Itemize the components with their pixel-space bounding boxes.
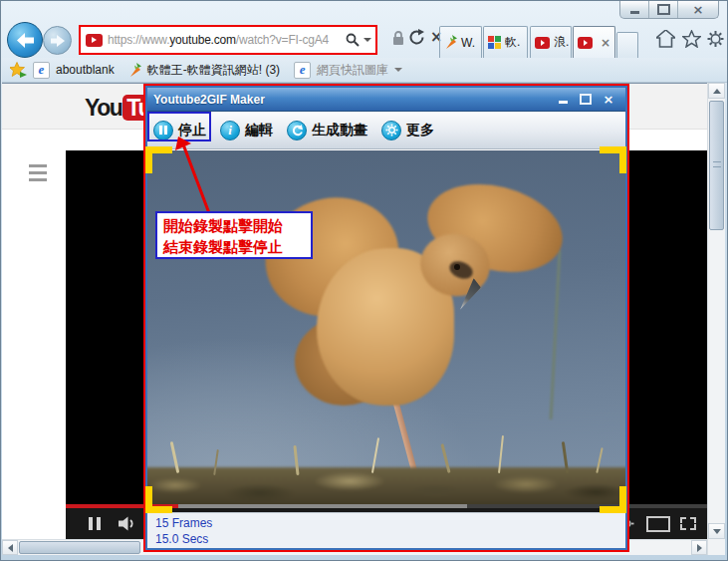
tab-close-icon[interactable]: × xyxy=(601,36,610,50)
home-icon[interactable] xyxy=(656,30,675,48)
tab-3[interactable]: 浪. xyxy=(530,26,572,58)
minimize-icon xyxy=(559,101,568,104)
search-icon[interactable] xyxy=(346,33,360,47)
tab-label: 軟. xyxy=(505,34,520,51)
annotation-arrow xyxy=(168,135,224,216)
youtube-favicon xyxy=(578,37,593,49)
hamburger-menu-icon[interactable] xyxy=(29,164,47,181)
scroll-left-button[interactable] xyxy=(2,540,18,555)
webslice-dropdown-icon[interactable] xyxy=(394,68,402,72)
carrot-icon xyxy=(128,63,141,78)
carrot-favicon xyxy=(444,35,457,50)
softking-favicon xyxy=(488,36,501,49)
minimize-icon xyxy=(630,11,639,14)
edit-button[interactable]: i 編輯 xyxy=(220,121,273,140)
settings-gear-icon[interactable] xyxy=(706,30,725,48)
dialog-titlebar[interactable]: Youtube2GIF Maker × xyxy=(147,88,625,112)
close-icon: × xyxy=(604,92,614,107)
seconds-count: 15.0 Secs xyxy=(155,531,625,547)
scroll-up-button[interactable] xyxy=(708,83,725,99)
capture-corner-bottomleft-icon[interactable] xyxy=(145,486,172,513)
favorite-item-softking[interactable]: 軟體王-軟體資訊網站! (3) xyxy=(147,62,280,79)
volume-icon[interactable] xyxy=(119,516,137,531)
new-tab-stub[interactable] xyxy=(616,32,638,58)
tip-line-1: 開始錄製點擊開始 xyxy=(163,215,305,236)
tab-label: 浪. xyxy=(554,34,569,51)
vertical-scroll-thumb[interactable] xyxy=(709,101,724,230)
browser-window: × https://www.youtube.com/watch?v=FI-cgA… xyxy=(0,0,728,561)
favorites-star-icon[interactable] xyxy=(682,30,701,48)
undo-arrow-icon xyxy=(287,121,307,140)
window-controls: × xyxy=(619,1,719,19)
capture-corner-bottomright-icon[interactable] xyxy=(600,486,626,513)
maximize-icon xyxy=(657,4,670,15)
tip-line-2: 結束錄製點擊停止 xyxy=(163,236,305,257)
dialog-maximize-button[interactable] xyxy=(579,93,593,106)
favorite-item-aboutblank[interactable]: aboutblank xyxy=(56,63,115,77)
favorite-item-webslice[interactable]: 網頁快訊圖庫 xyxy=(317,62,388,79)
tab-2[interactable]: 軟. xyxy=(483,26,528,58)
back-button[interactable] xyxy=(7,22,43,58)
youtube-favicon xyxy=(535,37,550,49)
lock-icon xyxy=(392,31,404,46)
close-icon: × xyxy=(693,3,704,16)
tab-4-active[interactable]: × xyxy=(573,26,615,58)
vertical-scrollbar[interactable] xyxy=(707,83,725,555)
forward-button[interactable] xyxy=(43,26,72,55)
gear-icon xyxy=(381,121,401,140)
window-close-button[interactable]: × xyxy=(678,1,718,18)
window-minimize-button[interactable] xyxy=(620,1,649,18)
tab-label: W. xyxy=(461,36,475,50)
generate-animation-button[interactable]: 生成動畫 xyxy=(287,121,367,140)
forward-arrow-icon xyxy=(51,35,65,47)
address-dropdown-icon[interactable] xyxy=(364,38,371,42)
favorites-bar-star-icon[interactable] xyxy=(10,62,27,78)
theater-mode-icon[interactable] xyxy=(646,516,670,532)
more-button[interactable]: 更多 xyxy=(381,121,434,140)
url-text: https://www.youtube.com/watch?v=FI-cgA4 xyxy=(108,33,329,47)
window-maximize-button[interactable] xyxy=(649,1,678,18)
dialog-close-button[interactable]: × xyxy=(602,93,615,106)
ie-page-icon: e xyxy=(33,62,50,79)
pause-icon[interactable] xyxy=(89,517,101,530)
maximize-icon xyxy=(580,94,592,105)
dialog-title: Youtube2GIF Maker xyxy=(153,93,265,107)
favorites-bar: e aboutblank 軟體王-軟體資訊網站! (3) e 網頁快訊圖庫 xyxy=(2,58,728,83)
dialog-statusbar: 15 Frames 15.0 Secs xyxy=(147,512,625,548)
tab-1[interactable]: W. xyxy=(439,26,482,58)
horizontal-scroll-thumb[interactable] xyxy=(19,541,140,554)
annotation-tip-box: 開始錄製點擊開始 結束錄製點擊停止 xyxy=(155,211,313,259)
capture-corner-topright-icon[interactable] xyxy=(600,146,626,173)
address-bar[interactable]: https://www.youtube.com/watch?v=FI-cgA4 xyxy=(79,25,377,55)
scroll-down-button[interactable] xyxy=(708,523,725,539)
scroll-right-button[interactable] xyxy=(691,540,707,555)
refresh-icon[interactable] xyxy=(409,29,425,46)
back-arrow-icon xyxy=(17,33,34,48)
frames-count: 15 Frames xyxy=(155,515,625,531)
dialog-minimize-button[interactable] xyxy=(556,93,570,106)
ie-page-icon: e xyxy=(294,62,311,79)
fullscreen-icon[interactable] xyxy=(680,517,696,530)
youtube-favicon xyxy=(86,34,103,47)
